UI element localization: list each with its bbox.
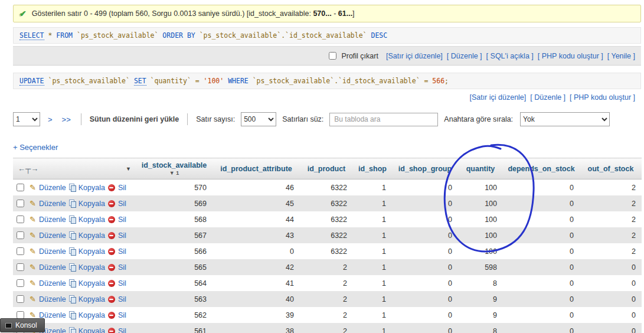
data-cell: 0 [392, 211, 458, 227]
sort-id-stock-available-link[interactable]: id_stock_available [142, 161, 207, 169]
sort-out-of-stock-link[interactable]: out_of_stock [588, 165, 634, 173]
data-cell: 562 [136, 307, 213, 323]
copy-row-link[interactable]: Kopyala [79, 247, 105, 256]
data-cell: 0 [503, 307, 580, 323]
delete-icon [108, 280, 115, 287]
sql-keyword-select[interactable]: SELECT [19, 31, 44, 40]
edit-row-link[interactable]: Düzenle [39, 231, 66, 240]
data-cell: 1 [353, 323, 392, 333]
copy-row-link[interactable]: Kopyala [79, 263, 105, 272]
filter-rows-input[interactable] [329, 113, 438, 126]
sql-select-query: SELECT * FROM `ps_stock_available` ORDER… [13, 27, 641, 44]
options-toggle-link[interactable]: + Seçenekler [13, 143, 58, 152]
refresh-link[interactable]: [ Yenile ] [607, 52, 635, 60]
row-actions-cell: ✎DüzenleKopyalaSil [13, 195, 136, 211]
edit-row-link[interactable]: Düzenle [39, 200, 66, 208]
copy-row-link[interactable]: Kopyala [79, 231, 105, 240]
data-cell: 0 [503, 227, 580, 243]
row-checkbox[interactable] [17, 216, 24, 223]
sql-identifier: `ps_stock_available`.`id_stock_available… [195, 31, 371, 40]
delete-row-link[interactable]: Sil [118, 295, 126, 303]
success-message: ✔ Gösterilen satır 0 - 499 (toplam 560, … [13, 5, 641, 22]
edit-query-link[interactable]: [ Düzenle ] [447, 52, 482, 60]
copy-row-link[interactable]: Kopyala [79, 327, 105, 333]
results-table: ←┬→ ▼ id_stock_available ▼ 1 id_product_… [13, 158, 642, 333]
edit-row-link[interactable]: Düzenle [39, 279, 66, 288]
edit-row-link[interactable]: Düzenle [39, 247, 66, 256]
data-cell: 1 [353, 195, 392, 211]
sort-id-shop-link[interactable]: id_shop [358, 165, 387, 173]
delete-row-link[interactable]: Sil [118, 247, 126, 256]
sort-id-shop-group-link[interactable]: id_shop_group [398, 165, 452, 173]
table-header-row: ←┬→ ▼ id_stock_available ▼ 1 id_product_… [13, 158, 642, 179]
row-count-select[interactable]: 500 [241, 112, 276, 126]
create-php-code-link[interactable]: [ PHP kodu oluştur ] [538, 52, 603, 60]
copy-row-link[interactable]: Kopyala [79, 279, 105, 288]
data-cell: 100 [458, 195, 503, 211]
data-cell: 6322 [300, 227, 353, 243]
edit-row-link[interactable]: Düzenle [39, 216, 66, 224]
copy-row-link[interactable]: Kopyala [79, 311, 105, 319]
data-cell: 6322 [300, 195, 353, 211]
toggle-column-order-icon[interactable]: ←┬→ [18, 164, 38, 173]
delete-row-link[interactable]: Sil [118, 279, 126, 288]
row-actions-cell: ✎DüzenleKopyalaSil [13, 227, 136, 243]
data-cell: 564 [136, 275, 213, 291]
delete-row-link[interactable]: Sil [118, 216, 126, 224]
page-select[interactable]: 1 [13, 112, 40, 126]
row-checkbox[interactable] [17, 247, 24, 255]
profiling-text: Profil çıkart [341, 52, 378, 60]
sort-by-key-select[interactable]: Yok [520, 112, 610, 126]
restore-column-order-button[interactable]: Sütun düzenini geri yükle [90, 115, 179, 123]
delete-row-link[interactable]: Sil [118, 263, 126, 272]
inline-edit-link[interactable]: [Satır içi düzenle] [386, 52, 443, 60]
data-cell: 0 [580, 323, 642, 333]
explain-sql-link[interactable]: [ SQL'i açıkla ] [486, 52, 534, 60]
delete-row-link[interactable]: Sil [118, 327, 126, 333]
row-actions-cell: ✎DüzenleKopyalaSil [13, 259, 136, 275]
inline-edit-link-2[interactable]: [Satır içi düzenle] [469, 93, 526, 102]
last-page-link[interactable]: >> [60, 115, 73, 124]
copy-row-link[interactable]: Kopyala [79, 295, 105, 303]
sql-keyword-orderby: ORDER BY [162, 31, 195, 40]
row-checkbox[interactable] [17, 184, 24, 191]
copy-row-link[interactable]: Kopyala [79, 216, 105, 224]
sort-depends-on-stock-link[interactable]: depends_on_stock [508, 165, 574, 173]
profiling-checkbox[interactable] [329, 52, 336, 60]
delete-row-link[interactable]: Sil [118, 200, 126, 208]
edit-row-link[interactable]: Düzenle [39, 184, 66, 192]
next-page-link[interactable]: > [46, 115, 54, 124]
sort-quantity-link[interactable]: quantity [466, 165, 495, 173]
edit-row-link[interactable]: Düzenle [39, 263, 66, 272]
delete-row-link[interactable]: Sil [118, 184, 126, 192]
console-button[interactable]: Konsol [0, 318, 45, 332]
phpmyadmin-results-page: ✔ Gösterilen satır 0 - 499 (toplam 560, … [0, 0, 644, 333]
data-cell: 568 [136, 211, 213, 227]
copy-row-link[interactable]: Kopyala [79, 184, 105, 192]
create-php-code-link-2[interactable]: [ PHP kodu oluştur ] [570, 93, 635, 102]
sql-keyword-set[interactable]: SET [134, 77, 146, 86]
data-cell: 598 [458, 259, 503, 275]
copy-row-link[interactable]: Kopyala [79, 200, 105, 208]
row-checkbox[interactable] [17, 263, 24, 271]
sql-keyword-update[interactable]: UPDATE [19, 77, 44, 86]
chevron-down-icon[interactable]: ▼ [126, 166, 131, 172]
row-checkbox[interactable] [17, 295, 24, 303]
data-cell: 2 [580, 179, 642, 196]
row-checkbox[interactable] [17, 231, 24, 239]
table-row: ✎DüzenleKopyalaSil5694563221010002 [13, 195, 642, 211]
data-cell: 0 [392, 307, 458, 323]
delete-row-link[interactable]: Sil [118, 231, 126, 240]
data-cell: 563 [136, 291, 213, 307]
row-checkbox[interactable] [17, 279, 24, 287]
edit-query-link-2[interactable]: [ Düzenle ] [530, 93, 565, 102]
row-actions-cell: ✎DüzenleKopyalaSil [13, 275, 136, 291]
sort-id-product-link[interactable]: id_product [308, 165, 346, 173]
edit-row-link[interactable]: Düzenle [39, 295, 66, 303]
header-id-shop-group: id_shop_group [392, 158, 458, 179]
row-checkbox[interactable] [17, 200, 24, 207]
sort-id-product-attribute-link[interactable]: id_product_attribute [220, 165, 292, 173]
data-cell: 0 [580, 275, 642, 291]
data-cell: 42 [213, 259, 300, 275]
delete-row-link[interactable]: Sil [118, 311, 126, 319]
